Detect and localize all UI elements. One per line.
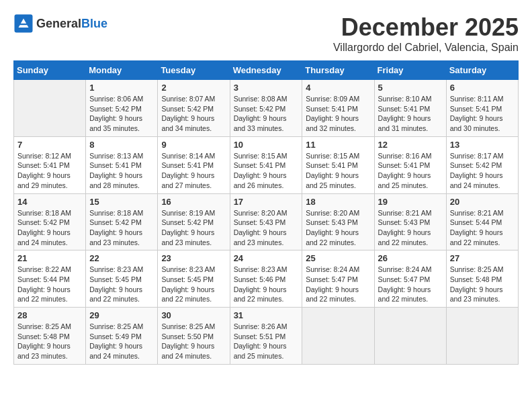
day-number: 27: [450, 253, 515, 263]
day-info: Sunrise: 8:12 AMSunset: 5:41 PMDaylight:…: [17, 151, 82, 191]
cell-w5-d2: 30Sunrise: 8:25 AMSunset: 5:50 PMDayligh…: [158, 308, 230, 365]
day-number: 14: [17, 197, 82, 207]
day-number: 25: [306, 253, 370, 263]
day-info: Sunrise: 8:20 AMSunset: 5:43 PMDaylight:…: [306, 208, 370, 248]
cell-w4-d3: 24Sunrise: 8:23 AMSunset: 5:46 PMDayligh…: [230, 250, 302, 308]
month-title: December 2025: [333, 13, 519, 42]
day-info: Sunrise: 8:20 AMSunset: 5:43 PMDaylight:…: [234, 208, 299, 248]
cell-w2-d2: 9Sunrise: 8:14 AMSunset: 5:41 PMDaylight…: [158, 136, 230, 193]
page-header: General Blue December 2025 Villargordo d…: [13, 13, 519, 54]
day-number: 24: [234, 253, 299, 263]
day-info: Sunrise: 8:21 AMSunset: 5:44 PMDaylight:…: [450, 208, 515, 248]
cell-w1-d1: 1Sunrise: 8:06 AMSunset: 5:42 PMDaylight…: [86, 80, 158, 137]
day-number: 6: [450, 83, 515, 93]
cell-w4-d6: 27Sunrise: 8:25 AMSunset: 5:48 PMDayligh…: [446, 250, 518, 308]
day-info: Sunrise: 8:08 AMSunset: 5:42 PMDaylight:…: [234, 94, 299, 134]
day-number: 17: [234, 197, 299, 207]
col-tuesday: Tuesday: [158, 61, 230, 80]
cell-w1-d5: 5Sunrise: 8:10 AMSunset: 5:41 PMDaylight…: [374, 80, 446, 137]
day-number: 30: [161, 310, 226, 320]
day-number: 11: [306, 140, 370, 150]
cell-w4-d5: 26Sunrise: 8:24 AMSunset: 5:47 PMDayligh…: [374, 250, 446, 308]
day-info: Sunrise: 8:26 AMSunset: 5:51 PMDaylight:…: [234, 322, 299, 361]
cell-w1-d4: 4Sunrise: 8:09 AMSunset: 5:41 PMDaylight…: [302, 80, 374, 137]
cell-w4-d0: 21Sunrise: 8:22 AMSunset: 5:44 PMDayligh…: [14, 250, 86, 308]
cell-w3-d5: 19Sunrise: 8:21 AMSunset: 5:43 PMDayligh…: [374, 193, 446, 250]
cell-w1-d3: 3Sunrise: 8:08 AMSunset: 5:42 PMDaylight…: [230, 80, 302, 137]
col-wednesday: Wednesday: [230, 61, 302, 80]
day-number: 15: [89, 197, 154, 207]
day-number: 8: [89, 140, 154, 150]
cell-w1-d2: 2Sunrise: 8:07 AMSunset: 5:42 PMDaylight…: [158, 80, 230, 137]
day-info: Sunrise: 8:25 AMSunset: 5:49 PMDaylight:…: [89, 322, 154, 361]
cell-w2-d6: 13Sunrise: 8:17 AMSunset: 5:42 PMDayligh…: [446, 136, 518, 193]
day-info: Sunrise: 8:09 AMSunset: 5:41 PMDaylight:…: [306, 94, 370, 134]
day-number: 26: [378, 253, 443, 263]
logo: General Blue: [13, 13, 107, 34]
col-sunday: Sunday: [14, 61, 86, 80]
day-info: Sunrise: 8:23 AMSunset: 5:45 PMDaylight:…: [161, 265, 226, 304]
day-number: 22: [89, 253, 154, 263]
day-info: Sunrise: 8:24 AMSunset: 5:47 PMDaylight:…: [306, 265, 370, 304]
day-number: 28: [17, 310, 82, 320]
day-info: Sunrise: 8:17 AMSunset: 5:42 PMDaylight:…: [450, 151, 515, 191]
day-info: Sunrise: 8:19 AMSunset: 5:42 PMDaylight:…: [161, 208, 226, 248]
day-number: 23: [161, 253, 226, 263]
day-number: 10: [234, 140, 299, 150]
day-number: 21: [17, 253, 82, 263]
day-number: 16: [161, 197, 226, 207]
logo-blue-text: Blue: [81, 17, 107, 31]
cell-w3-d2: 16Sunrise: 8:19 AMSunset: 5:42 PMDayligh…: [158, 193, 230, 250]
cell-w1-d0: [14, 80, 86, 137]
day-info: Sunrise: 8:23 AMSunset: 5:46 PMDaylight:…: [234, 265, 299, 304]
day-info: Sunrise: 8:15 AMSunset: 5:41 PMDaylight:…: [234, 151, 299, 191]
cell-w5-d3: 31Sunrise: 8:26 AMSunset: 5:51 PMDayligh…: [230, 308, 302, 365]
day-info: Sunrise: 8:06 AMSunset: 5:42 PMDaylight:…: [89, 94, 154, 134]
day-number: 31: [234, 310, 299, 320]
cell-w5-d4: [302, 308, 374, 365]
svg-rect-2: [19, 24, 28, 25]
day-number: 29: [89, 310, 154, 320]
day-number: 4: [306, 83, 370, 93]
day-number: 1: [89, 83, 154, 93]
day-number: 2: [161, 83, 226, 93]
day-info: Sunrise: 8:25 AMSunset: 5:48 PMDaylight:…: [17, 322, 82, 361]
cell-w2-d5: 12Sunrise: 8:16 AMSunset: 5:41 PMDayligh…: [374, 136, 446, 193]
calendar-table: Sunday Monday Tuesday Wednesday Thursday…: [13, 60, 519, 365]
day-info: Sunrise: 8:21 AMSunset: 5:43 PMDaylight:…: [378, 208, 443, 248]
cell-w3-d3: 17Sunrise: 8:20 AMSunset: 5:43 PMDayligh…: [230, 193, 302, 250]
day-info: Sunrise: 8:23 AMSunset: 5:45 PMDaylight:…: [89, 265, 154, 304]
logo-icon: [13, 13, 34, 34]
cell-w3-d1: 15Sunrise: 8:18 AMSunset: 5:42 PMDayligh…: [86, 193, 158, 250]
day-info: Sunrise: 8:16 AMSunset: 5:41 PMDaylight:…: [378, 151, 443, 191]
cell-w3-d0: 14Sunrise: 8:18 AMSunset: 5:42 PMDayligh…: [14, 193, 86, 250]
day-info: Sunrise: 8:22 AMSunset: 5:44 PMDaylight:…: [17, 265, 82, 304]
week-row-4: 21Sunrise: 8:22 AMSunset: 5:44 PMDayligh…: [14, 250, 519, 308]
week-row-1: 1Sunrise: 8:06 AMSunset: 5:42 PMDaylight…: [14, 80, 519, 137]
day-info: Sunrise: 8:18 AMSunset: 5:42 PMDaylight:…: [89, 208, 154, 248]
cell-w1-d6: 6Sunrise: 8:11 AMSunset: 5:41 PMDaylight…: [446, 80, 518, 137]
week-row-2: 7Sunrise: 8:12 AMSunset: 5:41 PMDaylight…: [14, 136, 519, 193]
day-info: Sunrise: 8:10 AMSunset: 5:41 PMDaylight:…: [378, 94, 443, 134]
day-info: Sunrise: 8:24 AMSunset: 5:47 PMDaylight:…: [378, 265, 443, 304]
cell-w4-d1: 22Sunrise: 8:23 AMSunset: 5:45 PMDayligh…: [86, 250, 158, 308]
day-number: 7: [17, 140, 82, 150]
day-number: 3: [234, 83, 299, 93]
cell-w3-d6: 20Sunrise: 8:21 AMSunset: 5:44 PMDayligh…: [446, 193, 518, 250]
header-row: Sunday Monday Tuesday Wednesday Thursday…: [14, 61, 519, 80]
day-info: Sunrise: 8:11 AMSunset: 5:41 PMDaylight:…: [450, 94, 515, 134]
week-row-5: 28Sunrise: 8:25 AMSunset: 5:48 PMDayligh…: [14, 308, 519, 365]
cell-w2-d0: 7Sunrise: 8:12 AMSunset: 5:41 PMDaylight…: [14, 136, 86, 193]
col-friday: Friday: [374, 61, 446, 80]
cell-w2-d4: 11Sunrise: 8:15 AMSunset: 5:41 PMDayligh…: [302, 136, 374, 193]
day-info: Sunrise: 8:18 AMSunset: 5:42 PMDaylight:…: [17, 208, 82, 248]
cell-w5-d5: [374, 308, 446, 365]
col-saturday: Saturday: [446, 61, 518, 80]
cell-w5-d1: 29Sunrise: 8:25 AMSunset: 5:49 PMDayligh…: [86, 308, 158, 365]
week-row-3: 14Sunrise: 8:18 AMSunset: 5:42 PMDayligh…: [14, 193, 519, 250]
day-number: 20: [450, 197, 515, 207]
day-info: Sunrise: 8:07 AMSunset: 5:42 PMDaylight:…: [161, 94, 226, 134]
day-number: 19: [378, 197, 443, 207]
cell-w2-d1: 8Sunrise: 8:13 AMSunset: 5:41 PMDaylight…: [86, 136, 158, 193]
day-number: 13: [450, 140, 515, 150]
